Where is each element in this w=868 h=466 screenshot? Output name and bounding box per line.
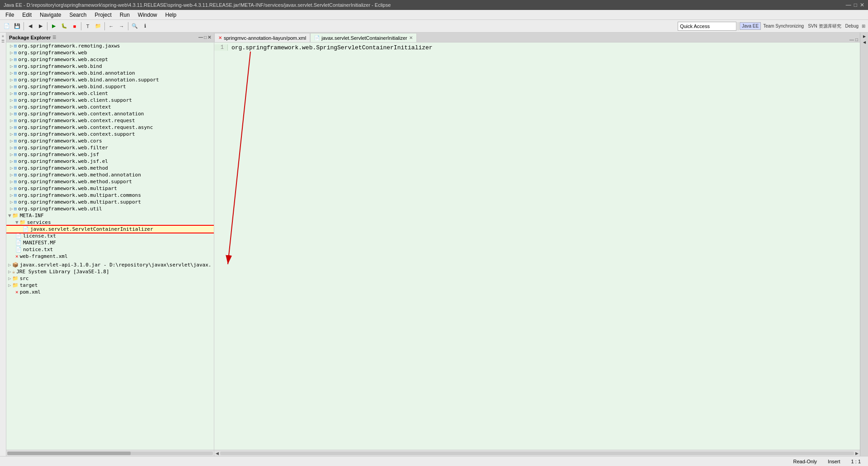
- editor-line1: 1 org.springframework.web.SpringServletC…: [214, 44, 860, 51]
- close-button[interactable]: ✕: [860, 2, 864, 8]
- pe-title: Package Explorer: [9, 35, 51, 40]
- tb-back-button[interactable]: ◀: [25, 21, 35, 31]
- tree-item-context-support[interactable]: ▷ ⊞ org.springframework.web.context.supp…: [6, 131, 214, 138]
- tree-item-metainf[interactable]: ▼ 📁 META-INF: [6, 212, 214, 219]
- tree-item-servlet-initializer[interactable]: 📄 javax.servlet.ServletContainerInitiali…: [6, 226, 214, 233]
- tree-item-javax-api[interactable]: ▷ 📦 javax.servlet-api-3.1.0.jar - D:\rep…: [6, 262, 214, 268]
- editor-scrollbar-h[interactable]: ◀ ▶: [214, 450, 860, 456]
- perspective-javaee[interactable]: Java EE: [740, 22, 761, 30]
- tree-label: org.springframework.web.context: [18, 104, 111, 110]
- scroll-right-btn[interactable]: ▶: [854, 451, 860, 456]
- scrollbar-thumb[interactable]: [7, 452, 131, 455]
- tab-servlet[interactable]: 📄 javax.servlet.ServletContainerInitiali…: [310, 33, 417, 42]
- tree-label: org.springframework.web.method.support: [18, 179, 132, 185]
- right-icon2[interactable]: ◀: [863, 40, 866, 44]
- tree-item-services[interactable]: ▼ 📁 services: [6, 219, 214, 226]
- tb-sep5: [128, 22, 128, 30]
- tab-maximize-btn[interactable]: □: [855, 37, 858, 42]
- tree-item-client-support[interactable]: ▷ ⊞ org.springframework.web.client.suppo…: [6, 97, 214, 104]
- tree-item-notice[interactable]: 📄 notice.txt: [6, 246, 214, 253]
- tree-item-context[interactable]: ▷ ⊞ org.springframework.web.context: [6, 104, 214, 110]
- menu-project[interactable]: Project: [91, 11, 115, 19]
- tree-item-remoting[interactable]: ▷ ⊞ org.springframework.remoting.jaxws: [6, 43, 214, 49]
- menu-file[interactable]: File: [2, 11, 18, 19]
- menu-help[interactable]: Help: [162, 11, 180, 19]
- tree-item-accept[interactable]: ▷ ⊞ org.springframework.web.accept: [6, 56, 214, 63]
- pkg-icon: ⊞: [14, 104, 17, 110]
- tree-item-web[interactable]: ▷ ⊞ org.springframework.web: [6, 49, 214, 56]
- tab-servlet-close[interactable]: ✕: [409, 35, 413, 40]
- quick-access-input[interactable]: [678, 22, 736, 31]
- pe-maximize-btn[interactable]: □: [204, 35, 207, 40]
- tb-info-button[interactable]: ℹ: [140, 21, 150, 31]
- tb-open-resource[interactable]: 📁: [93, 21, 103, 31]
- tb-next-edit[interactable]: →: [117, 21, 127, 31]
- tree-item-bind[interactable]: ▷ ⊞ org.springframework.web.bind: [6, 63, 214, 70]
- tree-item-context-ann[interactable]: ▷ ⊞ org.springframework.web.context.anno…: [6, 110, 214, 117]
- tree-item-method[interactable]: ▷ ⊞ org.springframework.web.method: [6, 165, 214, 171]
- perspective-team[interactable]: Team Synchronizing: [761, 23, 806, 29]
- pe-minimize-btn[interactable]: —: [198, 35, 203, 40]
- tree-item-client[interactable]: ▷ ⊞ org.springframework.web.client: [6, 90, 214, 97]
- tb-search-button[interactable]: 🔍: [130, 21, 140, 31]
- tree-item-util[interactable]: ▷ ⊞ org.springframework.web.util: [6, 205, 214, 212]
- tree-item-bind-ann[interactable]: ▷ ⊞ org.springframework.web.bind.annotat…: [6, 70, 214, 76]
- pkg-icon: ⊞: [14, 199, 17, 205]
- menu-edit[interactable]: Edit: [19, 11, 35, 19]
- tb-forward-button[interactable]: ▶: [36, 21, 46, 31]
- menu-run[interactable]: Run: [116, 11, 133, 19]
- tb-run-button[interactable]: ▶: [49, 21, 59, 31]
- tb-save-button[interactable]: 💾: [12, 21, 22, 31]
- tree-item-bind-support[interactable]: ▷ ⊞ org.springframework.web.bind.support: [6, 83, 214, 90]
- tree-item-filter[interactable]: ▷ ⊞ org.springframework.web.filter: [6, 144, 214, 151]
- pkg-icon: ⊞: [14, 77, 17, 83]
- tb-open-type[interactable]: T: [83, 21, 93, 31]
- tb-stop-button[interactable]: ■: [70, 21, 80, 31]
- tree-item-multipart-commons[interactable]: ▷ ⊞ org.springframework.web.multipart.co…: [6, 192, 214, 199]
- tree-item-webfragment[interactable]: ✕ web-fragment.xml: [6, 253, 214, 260]
- right-icon1[interactable]: ▶: [863, 34, 866, 38]
- maximize-button[interactable]: □: [854, 2, 857, 8]
- pe-scrollbar-h[interactable]: [6, 450, 214, 456]
- tree-item-method-support[interactable]: ▷ ⊞ org.springframework.web.method.suppo…: [6, 178, 214, 185]
- tree-item-context-req-async[interactable]: ▷ ⊞ org.springframework.web.context.requ…: [6, 124, 214, 131]
- tree-label: org.springframework.web.method.annotatio…: [18, 172, 141, 178]
- tree-label: org.springframework.web.context.request.…: [18, 124, 153, 130]
- perspective-svn[interactable]: SVN 资源库研究: [806, 22, 843, 30]
- menu-navigate[interactable]: Navigate: [36, 11, 65, 19]
- tree-item-manifest[interactable]: 📄 MANIFEST.MF: [6, 239, 214, 246]
- tab-pom[interactable]: ✕ springmvc-annotation-liayun/pom.xml: [214, 33, 310, 42]
- tree-item-bind-ann-support[interactable]: ▷ ⊞ org.springframework.web.bind.annotat…: [6, 76, 214, 83]
- file-icon: 📄: [23, 226, 29, 232]
- perspective-debug[interactable]: Debug: [844, 23, 860, 29]
- tree-item-src[interactable]: ▷ 📁 src: [6, 275, 214, 282]
- tree-label: JRE System Library [JavaSE-1.8]: [16, 269, 109, 275]
- editor-content[interactable]: 1 org.springframework.web.SpringServletC…: [214, 43, 860, 450]
- open-perspective-button[interactable]: ⊞: [861, 23, 866, 29]
- minimize-button[interactable]: —: [846, 2, 851, 8]
- tree-item-cors[interactable]: ▷ ⊞ org.springframework.web.cors: [6, 138, 214, 144]
- tree-item-context-req[interactable]: ▷ ⊞ org.springframework.web.context.requ…: [6, 117, 214, 124]
- tree-item-license[interactable]: 📄 license.txt: [6, 233, 214, 239]
- tab-minimize-btn[interactable]: —: [849, 37, 854, 42]
- tree-item-target[interactable]: ▷ 📁 target: [6, 282, 214, 289]
- tree-item-method-ann[interactable]: ▷ ⊞ org.springframework.web.method.annot…: [6, 171, 214, 178]
- menu-window[interactable]: Window: [134, 11, 161, 19]
- tree-item-jsf-el[interactable]: ▷ ⊞ org.springframework.web.jsf.el: [6, 158, 214, 165]
- left-strip-icon1[interactable]: ≡: [2, 34, 4, 38]
- tree-label: pom.xml: [20, 289, 41, 295]
- left-strip-icon2[interactable]: ☰: [1, 39, 5, 43]
- tb-new-button[interactable]: 📄: [2, 21, 12, 31]
- tree-item-jre[interactable]: ▷ ☕ JRE System Library [JavaSE-1.8]: [6, 268, 214, 275]
- tree-item-multipart[interactable]: ▷ ⊞ org.springframework.web.multipart: [6, 185, 214, 192]
- tree-item-jsf[interactable]: ▷ ⊞ org.springframework.web.jsf: [6, 151, 214, 158]
- tree-item-pom[interactable]: ✕ pom.xml: [6, 289, 214, 295]
- pe-close-btn[interactable]: ✕: [208, 35, 211, 40]
- tree-item-multipart-support[interactable]: ▷ ⊞ org.springframework.web.multipart.su…: [6, 199, 214, 205]
- tb-debug-button[interactable]: 🐛: [59, 21, 69, 31]
- tree-label: org.springframework.web.bind.annotation: [18, 70, 135, 76]
- tree-label: org.springframework.web.multipart.suppor…: [18, 199, 141, 205]
- menu-search[interactable]: Search: [66, 11, 90, 19]
- tb-prev-edit[interactable]: ←: [106, 21, 116, 31]
- scroll-left-btn[interactable]: ◀: [214, 451, 220, 456]
